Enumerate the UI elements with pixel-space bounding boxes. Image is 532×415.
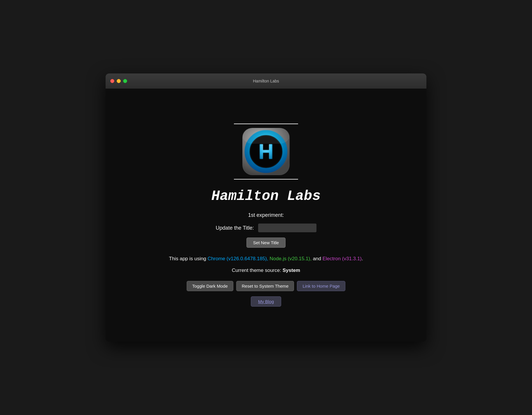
svg-rect-5 bbox=[242, 128, 290, 144]
app-logo: H bbox=[240, 125, 292, 178]
app-window: Hamilton Labs bbox=[106, 73, 426, 342]
title-input-row: Update the Title: bbox=[216, 224, 316, 232]
tech-suffix: . bbox=[362, 256, 363, 261]
my-blog-button[interactable]: My Blog bbox=[251, 296, 281, 307]
titlebar: Hamilton Labs bbox=[106, 73, 426, 89]
title-input[interactable] bbox=[258, 224, 316, 232]
logo-line-top bbox=[234, 124, 298, 124]
logo-container: H bbox=[234, 124, 298, 180]
minimize-button[interactable] bbox=[117, 79, 121, 83]
chrome-version: Chrome (v126.0.6478.185), bbox=[208, 256, 268, 261]
link-home-button[interactable]: Link to Home Page bbox=[297, 281, 345, 291]
tech-info: This app is using Chrome (v126.0.6478.18… bbox=[169, 256, 363, 262]
traffic-lights bbox=[110, 79, 127, 83]
and-text: and bbox=[312, 256, 323, 261]
main-content: H Hamilton Labs 1st experiment: Update t… bbox=[106, 89, 426, 342]
nodejs-version: Node.js (v20.15.1), bbox=[270, 256, 312, 261]
logo-line-bottom bbox=[234, 179, 298, 180]
electron-version: Electron (v31.3.1) bbox=[323, 256, 362, 261]
update-title-label: Update the Title: bbox=[216, 225, 254, 231]
close-button[interactable] bbox=[110, 79, 114, 83]
experiment-label: 1st experiment: bbox=[248, 212, 284, 218]
set-new-title-button[interactable]: Set New Title bbox=[246, 238, 286, 248]
theme-info: Current theme source: System bbox=[232, 268, 300, 273]
button-row: Toggle Dark Mode Reset to System Theme L… bbox=[187, 281, 345, 291]
app-title: Hamilton Labs bbox=[211, 188, 321, 204]
window-title: Hamilton Labs bbox=[253, 79, 279, 83]
maximize-button[interactable] bbox=[123, 79, 127, 83]
theme-value: System bbox=[283, 268, 300, 273]
toggle-dark-mode-button[interactable]: Toggle Dark Mode bbox=[187, 281, 233, 291]
tech-prefix: This app is using bbox=[169, 256, 207, 261]
theme-prefix: Current theme source: bbox=[232, 268, 283, 273]
reset-theme-button[interactable]: Reset to System Theme bbox=[236, 281, 294, 291]
